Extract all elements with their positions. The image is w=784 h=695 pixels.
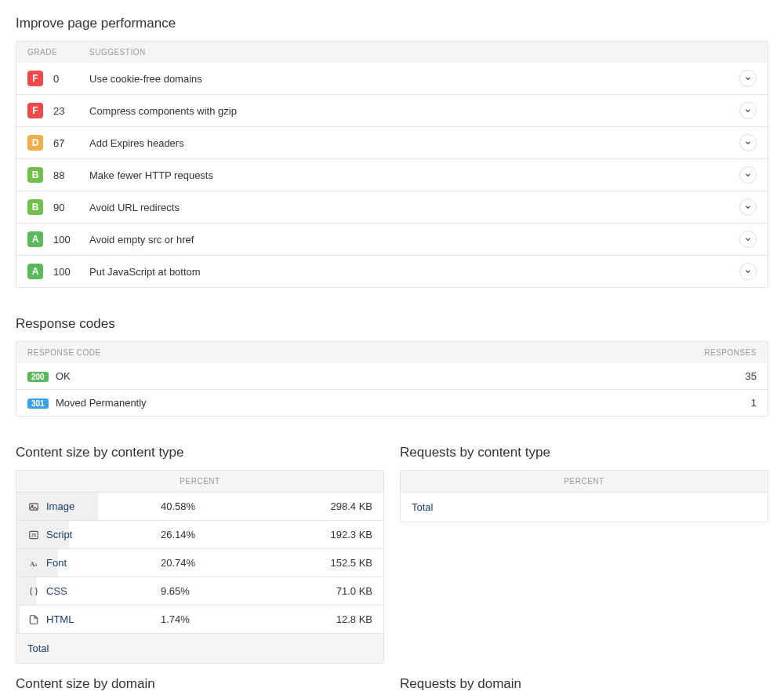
percent-cell: 20.74% [150,550,244,576]
chevron-down-icon [744,202,752,213]
score-cell: 23 [53,105,89,117]
header-suggestion: SUGGESTION [89,48,757,56]
requests-domain-section: Requests by domain PERCENT Total [400,676,768,695]
grade-badge: F [27,71,43,86]
content-type-row[interactable]: JSScript26.14%192.3 KB [16,520,383,548]
performance-row[interactable]: D67Add Expires headers [16,126,768,158]
expand-button[interactable] [739,134,757,151]
total-label: Total [27,642,49,654]
suggestion-cell: Make fewer HTTP requests [89,169,731,181]
type-cell: CSS [16,578,150,604]
grade-cell: F [27,103,53,118]
performance-header: GRADE SUGGESTION [16,42,768,63]
response-codes-section: Response codes RESPONSE CODE RESPONSES 2… [16,316,768,417]
content-size-domain-section: Content size by domain PERCENT Total [16,676,384,695]
size-cell: 12.8 KB [244,606,383,632]
type-cell: HTML [16,606,150,632]
type-label: Image [46,500,74,512]
expand-button[interactable] [739,263,757,280]
performance-row[interactable]: F0Use cookie-free domains [16,63,768,94]
score-cell: 0 [53,73,89,85]
grade-cell: F [27,71,53,86]
suggestion-cell: Compress components with gzip [89,105,731,117]
performance-row[interactable]: F23Compress components with gzip [16,94,768,126]
expand-button[interactable] [739,198,757,216]
content-size-domain-title: Content size by domain [16,676,384,692]
code-badge: 200 [27,372,49,382]
expand-button[interactable] [739,166,757,184]
score-cell: 90 [53,202,89,213]
content-type-row[interactable]: HTML1.74%12.8 KB [16,605,383,633]
type-cell: JSScript [16,522,150,548]
performance-row[interactable]: B88Make fewer HTTP requests [16,158,768,191]
grade-badge: A [27,231,43,247]
type-label: Font [46,557,67,569]
requests-type-total[interactable]: Total [401,492,768,522]
response-codes-table: RESPONSE CODE RESPONSES 200OK35301Moved … [16,341,768,417]
html-icon [27,614,40,625]
score-cell: 100 [53,234,89,246]
chevron-down-icon [744,73,752,85]
grade-badge: B [27,167,43,183]
content-size-type-header: PERCENT [16,471,383,492]
expand-button[interactable] [739,102,757,119]
type-cell: Image [16,493,150,519]
chevron-down-icon [744,169,752,181]
content-size-type-title: Content size by content type [16,445,384,460]
expand-button[interactable] [739,231,757,248]
percent-cell: 40.58% [150,493,244,519]
suggestion-cell: Avoid empty src or href [89,234,731,246]
header-percent: PERCENT [564,477,604,486]
chevron-down-icon [744,266,752,278]
image-icon [27,501,40,512]
content-type-row[interactable]: CSS9.65%71.0 KB [16,577,383,605]
requests-type-table: PERCENT Total [400,470,768,522]
response-codes-header: RESPONSE CODE RESPONSES [16,342,768,363]
grade-badge: A [27,264,43,279]
type-label: Script [46,529,72,540]
score-cell: 100 [53,266,89,278]
total-label: Total [412,501,433,513]
header-percent: PERCENT [180,477,220,486]
percent-cell: 9.65% [150,578,244,604]
expand-button[interactable] [739,70,757,87]
requests-domain-title: Requests by domain [400,676,768,692]
grade-badge: D [27,135,43,151]
grade-cell: A [27,231,53,247]
suggestion-cell: Avoid URL redirects [89,202,731,213]
type-label: CSS [46,585,67,597]
content-size-type-table: PERCENT Image40.58%298.4 KBJSScript26.14… [16,470,384,664]
suggestion-cell: Put JavaScript at bottom [89,266,731,278]
score-cell: 67 [53,137,89,149]
code-cell: 200 [27,370,56,382]
chevron-down-icon [744,105,752,117]
chevron-down-icon [744,137,752,149]
response-codes-title: Response codes [16,316,768,332]
performance-title: Improve page performance [16,16,768,31]
performance-row[interactable]: A100Put JavaScript at bottom [16,255,768,287]
code-cell: 301 [27,397,56,409]
header-responses: RESPONSES [704,348,757,357]
code-badge: 301 [27,398,49,409]
requests-type-section: Requests by content type PERCENT Total [400,445,768,664]
performance-row[interactable]: B90Avoid URL redirects [16,191,768,223]
svg-text:A: A [34,562,38,566]
content-type-row[interactable]: AAFont20.74%152.5 KB [16,548,383,577]
response-code-row[interactable]: 200OK35 [16,363,768,389]
response-code-row[interactable]: 301Moved Permanently1 [16,389,768,416]
content-size-type-total[interactable]: Total [16,633,383,663]
code-label: OK [56,370,710,382]
performance-row[interactable]: A100Avoid empty src or href [16,223,768,255]
size-cell: 152.5 KB [244,550,383,576]
code-label: Moved Permanently [56,397,710,409]
grade-cell: B [27,199,53,215]
header-grade: GRADE [27,48,89,56]
grade-badge: B [27,199,43,215]
code-count: 1 [710,397,757,409]
content-type-row[interactable]: Image40.58%298.4 KB [16,492,383,520]
grade-cell: B [27,167,53,183]
svg-text:JS: JS [31,533,37,537]
type-breakdown-row: Content size by content type PERCENT Ima… [16,445,768,664]
code-count: 35 [710,370,757,382]
css-icon [27,586,40,597]
